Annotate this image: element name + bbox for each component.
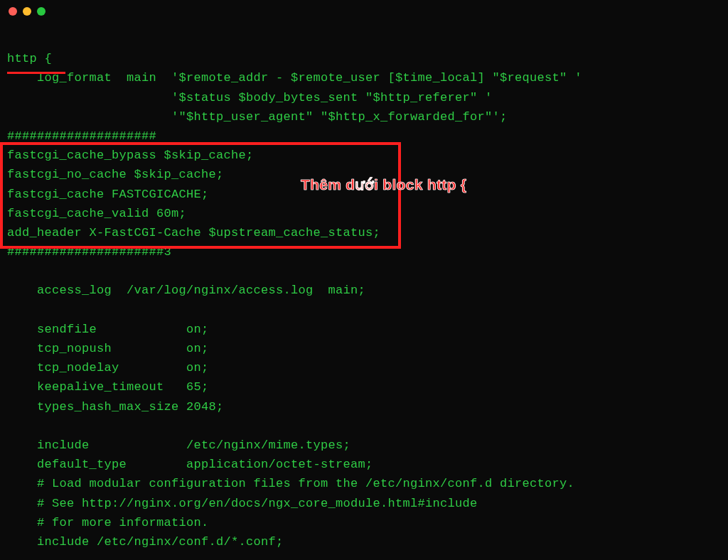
- code-line: tcp_nopush on;: [7, 342, 209, 355]
- code-line: default_type application/octet-stream;: [7, 458, 373, 471]
- code-line: # for more information.: [7, 516, 209, 529]
- minimize-icon[interactable]: [23, 7, 31, 16]
- code-line: keepalive_timeout 65;: [7, 380, 209, 394]
- code-line: types_hash_max_size 2048;: [7, 400, 224, 414]
- http-underline-annotation: [7, 72, 65, 74]
- code-line: log_format main '$remote_addr - $remote_…: [7, 71, 582, 85]
- code-line: include /etc/nginx/mime.types;: [7, 438, 350, 452]
- code-line: http {: [7, 52, 52, 65]
- code-line: include /etc/nginx/conf.d/*.conf;: [7, 535, 284, 549]
- code-line: ####################: [7, 129, 156, 143]
- close-icon[interactable]: [9, 7, 17, 16]
- titlebar: [0, 0, 728, 23]
- code-line: tcp_nodelay on;: [7, 361, 209, 375]
- code-line: # Load modular configuration files from …: [7, 477, 574, 490]
- maximize-icon[interactable]: [37, 7, 46, 16]
- code-line: '$status $body_bytes_sent "$http_referer…: [7, 91, 493, 104]
- highlight-box: [0, 142, 401, 249]
- terminal-content[interactable]: http { log_format main '$remote_addr - $…: [0, 23, 728, 559]
- code-line: # See http://nginx.org/en/docs/ngx_core_…: [7, 497, 478, 510]
- code-line: sendfile on;: [7, 323, 209, 336]
- annotation-label: Thêm dưới block http {: [301, 176, 466, 193]
- code-line: access_log /var/log/nginx/access.log mai…: [7, 284, 365, 297]
- code-line: '"$http_user_agent" "$http_x_forwarded_f…: [7, 110, 508, 124]
